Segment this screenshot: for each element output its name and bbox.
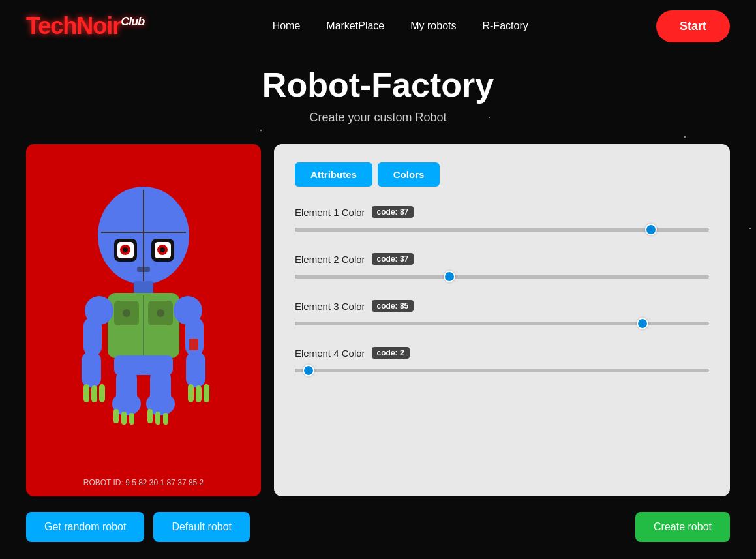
svg-point-6 [123, 247, 128, 252]
svg-rect-25 [186, 352, 205, 387]
svg-rect-30 [196, 385, 202, 402]
color-label-1: Element 1 Color [295, 207, 365, 218]
svg-rect-21 [83, 317, 102, 356]
svg-rect-42 [163, 413, 168, 425]
svg-rect-11 [137, 267, 150, 272]
code-badge-3: code: 85 [372, 300, 414, 312]
nav-links: Home MarketPlace My robots R-Factory [273, 20, 528, 32]
color-section-3: Element 3 Color code: 85 [295, 300, 709, 330]
page-subtitle: Create your custom Robot [26, 111, 730, 125]
main-content: Robot-Factory Create your custom Robot [0, 52, 756, 559]
bottom-left-buttons: Get random robot Default robot [26, 512, 250, 542]
svg-rect-24 [82, 352, 101, 387]
tab-attributes[interactable]: Attributes [295, 162, 372, 187]
color-label-row-4: Element 4 Color code: 2 [295, 347, 709, 359]
nav-marketplace[interactable]: MarketPlace [326, 20, 384, 32]
logo-text: TechNoir [26, 12, 121, 39]
svg-rect-26 [83, 384, 89, 402]
color-label-2: Element 2 Color [295, 254, 365, 265]
tab-row: Attributes Colors [295, 162, 709, 187]
robot-id: ROBOT ID: 9 5 82 30 1 87 37 85 2 [83, 478, 204, 487]
page-title: Robot-Factory [26, 65, 730, 104]
slider-wrapper-4 [295, 364, 709, 377]
color-section-2: Element 2 Color code: 37 [295, 253, 709, 283]
content-area: ROBOT ID: 9 5 82 30 1 87 37 85 2 Attribu… [26, 144, 730, 496]
color-section-1: Element 1 Color code: 87 [295, 206, 709, 236]
svg-point-15 [123, 309, 130, 317]
bottom-bar: Get random robot Default robot Create ro… [26, 512, 730, 542]
svg-point-10 [160, 247, 165, 252]
color-section-4: Element 4 Color code: 2 [295, 347, 709, 377]
slider-wrapper-1 [295, 223, 709, 236]
random-robot-button[interactable]: Get random robot [26, 512, 144, 542]
logo: TechNoirClub [26, 12, 144, 40]
svg-rect-23 [189, 339, 198, 350]
nav-my-robots[interactable]: My robots [410, 20, 456, 32]
code-badge-2: code: 37 [372, 253, 414, 265]
svg-rect-40 [147, 409, 153, 423]
color-slider-3[interactable] [295, 322, 709, 325]
color-label-row-1: Element 1 Color code: 87 [295, 206, 709, 218]
color-label-3: Element 3 Color [295, 301, 365, 312]
svg-rect-28 [99, 384, 105, 402]
color-slider-2[interactable] [295, 275, 709, 279]
color-label-row-3: Element 3 Color code: 85 [295, 300, 709, 312]
svg-rect-31 [204, 384, 209, 402]
robot-preview-card: ROBOT ID: 9 5 82 30 1 87 37 85 2 [26, 144, 261, 496]
default-robot-button[interactable]: Default robot [153, 512, 250, 542]
robot-image [52, 170, 235, 470]
start-button[interactable]: Start [656, 10, 730, 42]
color-slider-4[interactable] [295, 369, 709, 372]
navbar: TechNoirClub Home MarketPlace My robots … [0, 0, 756, 52]
config-panel: Attributes Colors Element 1 Color code: … [274, 144, 730, 496]
color-label-4: Element 4 Color [295, 348, 365, 359]
svg-rect-38 [121, 412, 127, 425]
svg-rect-12 [134, 281, 153, 294]
slider-wrapper-2 [295, 270, 709, 283]
create-robot-button[interactable]: Create robot [635, 512, 730, 542]
nav-home[interactable]: Home [273, 20, 301, 32]
svg-rect-39 [129, 413, 134, 425]
svg-rect-41 [155, 412, 160, 425]
svg-point-17 [157, 309, 164, 317]
logo-club: Club [121, 15, 144, 28]
svg-rect-29 [188, 384, 194, 402]
color-slider-1[interactable] [295, 228, 709, 232]
nav-r-factory[interactable]: R-Factory [482, 20, 528, 32]
tab-colors[interactable]: Colors [378, 162, 440, 187]
svg-rect-27 [91, 385, 97, 402]
svg-rect-37 [113, 409, 119, 423]
code-badge-1: code: 87 [372, 206, 414, 218]
color-label-row-2: Element 2 Color code: 37 [295, 253, 709, 265]
code-badge-4: code: 2 [372, 347, 410, 359]
slider-wrapper-3 [295, 317, 709, 330]
page-header: Robot-Factory Create your custom Robot [26, 65, 730, 125]
